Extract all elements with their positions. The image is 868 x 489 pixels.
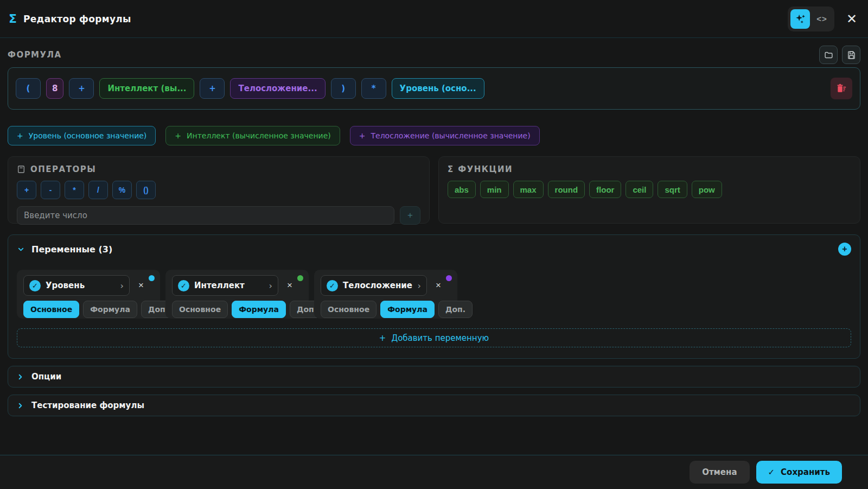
add-variable-label: Добавить переменную [391, 333, 489, 343]
formula-section-label: ФОРМУЛА [8, 50, 62, 60]
insert-variable-chip[interactable]: +Телосложение (вычисленное значение) [350, 126, 540, 145]
variable-status-dot [446, 275, 452, 281]
formula-editor-dialog: Σ Редактор формулы <> ✕ [0, 0, 868, 489]
variable-tab[interactable]: Формула [232, 301, 286, 318]
check-circle-icon: ✓ [327, 280, 338, 291]
formula-token[interactable]: * [361, 78, 386, 99]
formula-token[interactable]: Интеллект (вы... [99, 78, 194, 99]
chip-label: Телосложение (вычисленное значение) [371, 131, 530, 140]
add-number-button[interactable]: + [400, 206, 420, 225]
sigma-logo-icon: Σ [9, 12, 17, 26]
operator-buttons: +-*/%() [17, 181, 420, 199]
formula-token[interactable]: Телосложение... [230, 78, 325, 99]
chevron-right-icon [16, 373, 24, 381]
function-button[interactable]: min [480, 181, 509, 198]
formula-templates-button[interactable] [819, 46, 838, 64]
remove-variable-button[interactable]: × [436, 280, 441, 291]
function-button[interactable]: ceil [626, 181, 653, 198]
collapsed-section-title: Тестирование формулы [31, 401, 144, 410]
save-button-label: Сохранить [781, 467, 830, 477]
formula-token[interactable]: + [200, 78, 225, 99]
insert-variable-chip[interactable]: +Интеллект (вычисленное значение) [165, 126, 340, 145]
chevron-right-icon: › [418, 281, 421, 291]
trash-icon [836, 83, 847, 94]
add-variable-circle-button[interactable]: + [838, 243, 851, 256]
add-variable-button[interactable]: + Добавить переменную [17, 328, 851, 347]
dialog-footer: Отмена ✓ Сохранить [0, 455, 868, 489]
function-button[interactable]: max [513, 181, 544, 198]
plus-icon: + [359, 131, 366, 140]
remove-variable-button[interactable]: × [287, 280, 292, 291]
variable-card-header: ✓Уровень›× [23, 275, 154, 296]
operator-button[interactable]: % [112, 181, 132, 199]
plus-icon: + [17, 131, 23, 140]
variable-name: Телосложение [343, 281, 412, 290]
save-formula-button[interactable] [842, 46, 860, 64]
variable-tab[interactable]: Доп. [438, 301, 473, 318]
function-button[interactable]: abs [448, 181, 476, 198]
close-dialog-button[interactable]: ✕ [846, 12, 857, 26]
variable-card: ✓Интеллект›×ОсновноеФормулаДоп. [165, 270, 309, 319]
plus-icon: + [379, 333, 386, 343]
function-button[interactable]: round [548, 181, 585, 198]
close-icon: ✕ [846, 11, 857, 26]
function-button[interactable]: pow [692, 181, 722, 198]
variables-header[interactable]: Переменные (3) + [17, 243, 851, 256]
save-icon [847, 50, 856, 60]
operator-button[interactable]: + [17, 181, 36, 199]
variable-status-dot [149, 275, 155, 281]
clear-formula-button[interactable] [831, 78, 852, 99]
variable-tab[interactable]: Основное [172, 301, 228, 318]
operators-title: ОПЕРАТОРЫ [30, 164, 96, 174]
variable-status-dot [297, 275, 303, 281]
operators-panel: ОПЕРАТОРЫ +-*/%() + [8, 156, 430, 224]
chevron-right-icon [16, 402, 24, 410]
remove-variable-button[interactable]: × [138, 280, 144, 291]
save-button[interactable]: ✓ Сохранить [756, 461, 842, 484]
number-input[interactable] [17, 206, 394, 225]
variable-card-header: ✓Телосложение›× [321, 275, 451, 296]
chevron-right-icon: › [269, 281, 272, 291]
variable-tab[interactable]: Основное [23, 301, 79, 318]
formula-token[interactable]: 8 [46, 78, 63, 99]
variable-tab[interactable]: Формула [83, 301, 137, 318]
variable-tab[interactable]: Основное [321, 301, 376, 318]
operator-button[interactable]: - [41, 181, 60, 199]
editor-mode-toggle: <> [788, 7, 834, 31]
variable-cards-row: ✓Уровень›×ОсновноеФормулаДоп.✓Интеллект›… [17, 270, 851, 319]
collapsed-section[interactable]: Опции [8, 366, 860, 388]
operator-button[interactable]: * [65, 181, 84, 199]
code-mode-button[interactable]: <> [812, 9, 832, 29]
collapsed-section[interactable]: Тестирование формулы [8, 395, 860, 416]
formula-token[interactable]: ) [331, 78, 356, 99]
variable-name-button[interactable]: ✓Интеллект› [172, 275, 278, 296]
formula-token[interactable]: Уровень (осно... [392, 78, 484, 99]
visual-mode-button[interactable] [790, 9, 810, 29]
dialog-header: Σ Редактор формулы <> ✕ [0, 0, 868, 38]
formula-token[interactable]: + [69, 78, 94, 99]
cancel-button[interactable]: Отмена [690, 461, 749, 484]
variable-tabs: ОсновноеФормулаДоп. [172, 301, 302, 318]
operator-button[interactable]: () [136, 181, 156, 199]
calculator-icon [17, 165, 25, 174]
dialog-body: ФОРМУЛА [0, 38, 868, 455]
functions-panel: Σ ФУНКЦИИ absminmaxroundfloorceilsqrtpow [438, 156, 860, 224]
variable-name-button[interactable]: ✓Уровень› [23, 275, 130, 296]
chip-label: Уровень (основное значение) [29, 131, 147, 140]
formula-canvas[interactable]: (8+Интеллект (вы...+Телосложение...)*Уро… [8, 67, 860, 110]
variable-tabs: ОсновноеФормулаДоп. [23, 301, 154, 318]
variable-name-button[interactable]: ✓Телосложение› [321, 275, 427, 296]
variable-card-header: ✓Интеллект›× [172, 275, 302, 296]
plus-icon: + [175, 131, 181, 140]
chevron-right-icon: › [120, 281, 124, 291]
variable-tab[interactable]: Формула [380, 301, 435, 318]
operator-button[interactable]: / [88, 181, 108, 199]
functions-title: ФУНКЦИИ [458, 164, 513, 174]
check-circle-icon: ✓ [178, 280, 189, 291]
function-button[interactable]: floor [589, 181, 621, 198]
formula-token[interactable]: ( [16, 78, 41, 99]
variable-name: Интеллект [194, 281, 245, 290]
variable-chips-row: +Уровень (основное значение)+Интеллект (… [8, 126, 860, 145]
function-button[interactable]: sqrt [658, 181, 687, 198]
insert-variable-chip[interactable]: +Уровень (основное значение) [8, 126, 156, 145]
